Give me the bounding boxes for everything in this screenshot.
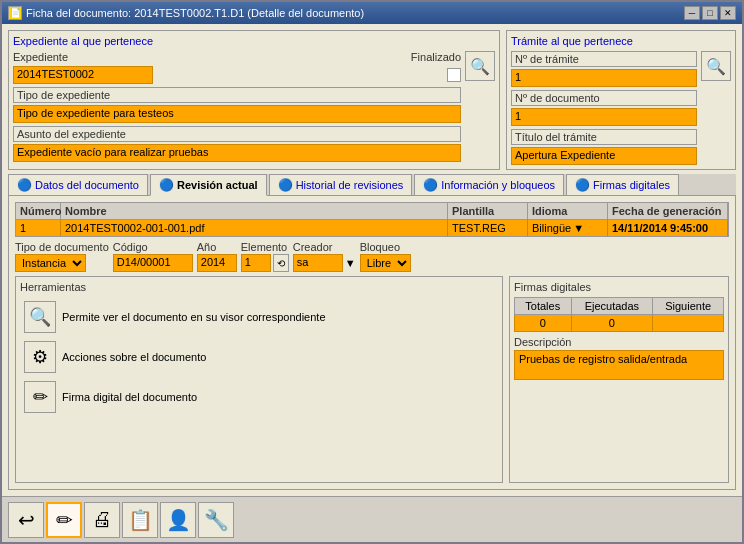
firma-label: Firma digital del documento: [62, 391, 197, 403]
expediente-value-row: 2014TEST0002: [13, 66, 461, 84]
expediente-title: Expediente al que pertenece: [13, 35, 495, 47]
creador-field: Creador sa ▼: [293, 241, 356, 272]
anio-value[interactable]: 2014: [197, 254, 237, 272]
expediente-panel: Expediente al que pertenece Expediente F…: [8, 30, 500, 170]
descripcion-section: Descripción Pruebas de registro salida/e…: [514, 336, 724, 380]
elemento-action-btn[interactable]: ⟲: [273, 254, 289, 272]
num-doc-value[interactable]: 1: [511, 108, 697, 126]
idioma-dropdown[interactable]: ▼: [573, 222, 584, 234]
bloqueo-field: Bloqueo Libre: [360, 241, 411, 272]
elemento-field: Elemento 1 ⟲: [241, 241, 289, 272]
th-idioma: Idioma: [528, 203, 608, 219]
th-ejecutadas: Ejecutadas: [571, 298, 653, 315]
restore-button[interactable]: □: [702, 6, 718, 20]
tab-historial-icon: 🔵: [278, 178, 293, 192]
td-plantilla: TEST.REG: [448, 220, 528, 236]
toolbar-tools-button[interactable]: 🔧: [198, 502, 234, 538]
toolbar-print-button[interactable]: 🖨: [84, 502, 120, 538]
asunto-value[interactable]: Expediente vacío para realizar pruebas: [13, 144, 461, 162]
tramite-fields: Nº de trámite 1 Nº de documento 1 Título…: [511, 51, 697, 165]
toolbar-edit-button[interactable]: ✏: [46, 502, 82, 538]
anio-field: Año 2014: [197, 241, 237, 272]
anio-label: Año: [197, 241, 237, 253]
creador-dropdown[interactable]: ▼: [345, 257, 356, 269]
viewer-label: Permite ver el documento en su visor cor…: [62, 311, 326, 323]
tool-viewer[interactable]: 🔍 Permite ver el documento en su visor c…: [20, 297, 498, 337]
tab-content: Número Nombre Plantilla Idioma Fecha de …: [8, 196, 736, 490]
search-tramite-button[interactable]: 🔍: [701, 51, 731, 81]
descripcion-value: Pruebas de registro salida/entrada: [514, 350, 724, 380]
tool-actions[interactable]: ⚙ Acciones sobre el documento: [20, 337, 498, 377]
table-row[interactable]: 1 2014TEST0002-001-001.pdf TEST.REG Bili…: [16, 220, 728, 236]
tabs-section: 🔵 Datos del documento 🔵 Revisión actual …: [8, 174, 736, 490]
tab-firmas[interactable]: 🔵 Firmas digitales: [566, 174, 679, 195]
window-icon: 📄: [8, 6, 22, 20]
codigo-value[interactable]: D14/00001: [113, 254, 193, 272]
th-fecha: Fecha de generación: [608, 203, 728, 219]
finalizado-label: Finalizado: [411, 51, 461, 63]
tab-revision-label: Revisión actual: [177, 179, 258, 191]
creador-value[interactable]: sa: [293, 254, 343, 272]
asunto-label: Asunto del expediente: [13, 126, 461, 142]
expediente-section: Expediente Finalizado 2014TEST0002 Tipo …: [13, 51, 495, 162]
td-ejecutadas: 0: [571, 315, 653, 332]
tipo-doc-field: Tipo de documento Instancia: [15, 241, 109, 272]
td-fecha: 14/11/2014 9:45:00: [608, 220, 728, 236]
tramite-title: Trámite al que pertenece: [511, 35, 731, 47]
tipo-doc-select[interactable]: Instancia: [15, 254, 86, 272]
toolbar-copy-button[interactable]: 📋: [122, 502, 158, 538]
title-bar: 📄 Ficha del documento: 2014TEST0002.T1.D…: [2, 2, 742, 24]
search-expediente-button[interactable]: 🔍: [465, 51, 495, 81]
title-buttons: ─ □ ✕: [684, 6, 736, 20]
bloqueo-select[interactable]: Libre: [360, 254, 411, 272]
tab-firmas-label: Firmas digitales: [593, 179, 670, 191]
window-title: Ficha del documento: 2014TEST0002.T1.D1 …: [26, 7, 364, 19]
toolbar-back-button[interactable]: ↩: [8, 502, 44, 538]
tool-firma[interactable]: ✏ Firma digital del documento: [20, 377, 498, 417]
th-nombre: Nombre: [61, 203, 448, 219]
viewer-icon: 🔍: [24, 301, 56, 333]
tab-info-label: Información y bloqueos: [441, 179, 555, 191]
tramite-section: Nº de trámite 1 Nº de documento 1 Título…: [511, 51, 731, 165]
expediente-label: Expediente: [13, 51, 68, 63]
tab-datos-label: Datos del documento: [35, 179, 139, 191]
num-tramite-value[interactable]: 1: [511, 69, 697, 87]
minimize-button[interactable]: ─: [684, 6, 700, 20]
expediente-input[interactable]: 2014TEST0002: [13, 66, 153, 84]
td-nombre: 2014TEST0002-001-001.pdf: [61, 220, 448, 236]
actions-label: Acciones sobre el documento: [62, 351, 206, 363]
main-content: Expediente al que pertenece Expediente F…: [2, 24, 742, 496]
tab-revision[interactable]: 🔵 Revisión actual: [150, 174, 267, 196]
main-window: 📄 Ficha del documento: 2014TEST0002.T1.D…: [0, 0, 744, 544]
close-button[interactable]: ✕: [720, 6, 736, 20]
th-siguiente: Siguiente: [653, 298, 724, 315]
title-bar-left: 📄 Ficha del documento: 2014TEST0002.T1.D…: [8, 6, 364, 20]
bottom-section: Herramientas 🔍 Permite ver el documento …: [15, 276, 729, 483]
doc-info-row: Tipo de documento Instancia Código D14/0…: [15, 241, 729, 272]
td-siguiente: [653, 315, 724, 332]
tab-historial-label: Historial de revisiones: [296, 179, 404, 191]
top-section: Expediente al que pertenece Expediente F…: [8, 30, 736, 170]
actions-icon: ⚙: [24, 341, 56, 373]
tipo-expediente-value[interactable]: Tipo de expediente para testeos: [13, 105, 461, 123]
titulo-tramite-label: Título del trámite: [511, 129, 697, 145]
tab-datos-icon: 🔵: [17, 178, 32, 192]
toolbar-user-button[interactable]: 👤: [160, 502, 196, 538]
tab-revision-icon: 🔵: [159, 178, 174, 192]
finalizado-checkbox[interactable]: [447, 68, 461, 82]
tab-info[interactable]: 🔵 Información y bloqueos: [414, 174, 564, 195]
creador-label: Creador: [293, 241, 356, 253]
idioma-value: Bilingüe: [532, 222, 571, 234]
td-totales: 0: [515, 315, 572, 332]
firmas-title: Firmas digitales: [514, 281, 724, 293]
elemento-value[interactable]: 1: [241, 254, 271, 272]
firmas-table: Totales Ejecutadas Siguiente 0 0: [514, 297, 724, 332]
titulo-tramite-value[interactable]: Apertura Expediente: [511, 147, 697, 165]
th-totales: Totales: [515, 298, 572, 315]
descripcion-label: Descripción: [514, 336, 724, 348]
th-plantilla: Plantilla: [448, 203, 528, 219]
expediente-header-row: Expediente Finalizado: [13, 51, 461, 63]
td-idioma: Bilingüe ▼: [528, 220, 608, 236]
tab-datos[interactable]: 🔵 Datos del documento: [8, 174, 148, 195]
tab-historial[interactable]: 🔵 Historial de revisiones: [269, 174, 413, 195]
